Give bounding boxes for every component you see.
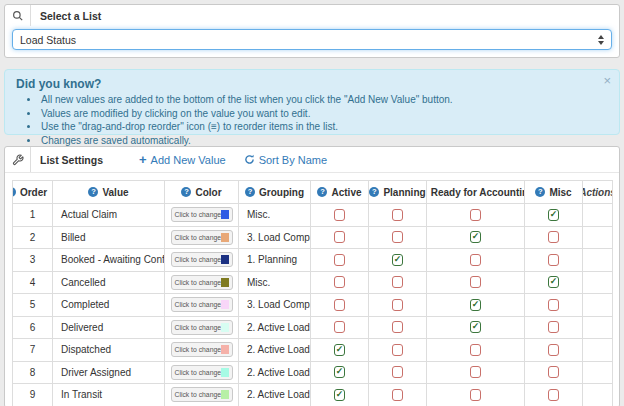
planning-cell	[369, 294, 427, 317]
ready-for-accounting-checkbox[interactable]: ✓	[470, 231, 481, 243]
active-checkbox[interactable]	[334, 209, 345, 221]
planning-checkbox[interactable]	[392, 299, 403, 311]
planning-checkbox[interactable]	[392, 321, 403, 333]
planning-checkbox[interactable]	[392, 344, 403, 356]
ready-for-accounting-cell	[427, 361, 525, 384]
active-checkbox[interactable]: ✓	[334, 389, 345, 401]
header-order[interactable]: ?Order	[13, 181, 53, 204]
color-change-button[interactable]: Click to change	[171, 365, 233, 380]
active-cell	[311, 249, 369, 272]
grouping-cell: 2. Active Load	[239, 384, 311, 406]
color-change-button[interactable]: Click to change	[171, 342, 233, 357]
value-cell[interactable]: Actual Claim	[53, 204, 165, 227]
color-change-button[interactable]: Click to change	[171, 252, 233, 267]
active-checkbox[interactable]: ✓	[334, 366, 345, 378]
color-cell: Click to change	[165, 271, 239, 294]
ready-for-accounting-cell	[427, 384, 525, 406]
color-change-button[interactable]: Click to change	[171, 387, 233, 402]
actions-cell	[583, 294, 613, 317]
info-bullet: Use the "drag-and-drop reorder" icon (≡)…	[40, 120, 595, 134]
ready-for-accounting-checkbox[interactable]	[470, 366, 481, 378]
active-checkbox[interactable]: ✓	[334, 344, 345, 356]
ready-for-accounting-checkbox[interactable]: ✓	[470, 321, 481, 333]
list-settings-toolbar: List Settings + Add New Value Sort By Na…	[5, 147, 619, 173]
misc-checkbox[interactable]: ✓	[548, 276, 559, 288]
select-list-panel-header: Select a List	[5, 5, 619, 26]
info-bullet: Changes are saved automatically.	[40, 134, 595, 148]
add-new-value-button[interactable]: + Add New Value	[139, 154, 226, 166]
grouping-cell: 3. Load Completed	[239, 226, 311, 249]
ready-for-accounting-checkbox[interactable]	[470, 276, 481, 288]
color-cell: Click to change	[165, 316, 239, 339]
misc-cell	[525, 384, 583, 406]
misc-checkbox[interactable]	[548, 389, 559, 401]
misc-checkbox[interactable]	[548, 299, 559, 311]
list-select[interactable]: Load Status	[12, 29, 612, 50]
ready-for-accounting-checkbox[interactable]	[470, 209, 481, 221]
table-row: 9In TransitClick to change2. Active Load…	[13, 384, 613, 406]
value-cell[interactable]: Billed	[53, 226, 165, 249]
info-bullet-list: All new values are added to the bottom o…	[40, 93, 595, 147]
misc-cell	[525, 339, 583, 362]
ready-for-accounting-cell	[427, 339, 525, 362]
actions-cell	[583, 249, 613, 272]
color-change-button[interactable]: Click to change	[171, 207, 233, 222]
color-button-label: Click to change	[175, 256, 221, 263]
color-cell: Click to change	[165, 339, 239, 362]
color-swatch	[221, 368, 229, 377]
plus-icon: +	[139, 154, 147, 165]
close-icon[interactable]: ×	[603, 74, 611, 87]
table-row: 8Driver AssignedClick to change2. Active…	[13, 361, 613, 384]
grouping-cell: 3. Load Completed	[239, 294, 311, 317]
ready-for-accounting-checkbox[interactable]: ✓	[470, 299, 481, 311]
ready-for-accounting-checkbox[interactable]	[470, 254, 481, 266]
value-cell[interactable]: Cancelled	[53, 271, 165, 294]
order-cell: 7	[13, 339, 53, 362]
ready-for-accounting-cell	[427, 249, 525, 272]
sort-by-name-button[interactable]: Sort By Name	[244, 154, 327, 166]
color-change-button[interactable]: Click to change	[171, 297, 233, 312]
color-button-label: Click to change	[175, 369, 221, 376]
list-settings-panel: List Settings + Add New Value Sort By Na…	[4, 146, 620, 406]
grouping-cell: 2. Active Load	[239, 361, 311, 384]
active-checkbox[interactable]	[334, 321, 345, 333]
actions-cell	[583, 204, 613, 227]
misc-checkbox[interactable]	[548, 344, 559, 356]
color-change-button[interactable]: Click to change	[171, 320, 233, 335]
planning-checkbox[interactable]	[392, 231, 403, 243]
misc-checkbox[interactable]	[548, 366, 559, 378]
value-cell[interactable]: Delivered	[53, 316, 165, 339]
planning-checkbox[interactable]	[392, 366, 403, 378]
header-label: Actions	[583, 187, 613, 198]
planning-cell: ✓	[369, 249, 427, 272]
misc-cell: ✓	[525, 271, 583, 294]
misc-checkbox[interactable]: ✓	[548, 209, 559, 221]
color-cell: Click to change	[165, 361, 239, 384]
planning-checkbox[interactable]	[392, 209, 403, 221]
page: { "select_panel": { "title": "Select a L…	[0, 0, 624, 406]
misc-checkbox[interactable]	[548, 321, 559, 333]
misc-checkbox[interactable]	[548, 254, 559, 266]
value-cell[interactable]: In Transit	[53, 384, 165, 406]
ready-for-accounting-cell: ✓	[427, 294, 525, 317]
table-header-row: ?Order?Value?Color?Grouping?Active?Plann…	[13, 181, 613, 204]
active-cell	[311, 294, 369, 317]
ready-for-accounting-checkbox[interactable]	[470, 389, 481, 401]
value-cell[interactable]: Completed	[53, 294, 165, 317]
actions-cell	[583, 316, 613, 339]
value-cell[interactable]: Driver Assigned	[53, 361, 165, 384]
value-cell[interactable]: Dispatched	[53, 339, 165, 362]
ready-for-accounting-checkbox[interactable]	[470, 344, 481, 356]
active-checkbox[interactable]	[334, 231, 345, 243]
active-checkbox[interactable]	[334, 254, 345, 266]
value-cell[interactable]: Booked - Awaiting Confirmation	[53, 249, 165, 272]
color-button-label: Click to change	[175, 279, 221, 286]
planning-checkbox[interactable]	[392, 276, 403, 288]
planning-checkbox[interactable]: ✓	[392, 254, 403, 266]
active-checkbox[interactable]	[334, 276, 345, 288]
color-change-button[interactable]: Click to change	[171, 275, 233, 290]
misc-checkbox[interactable]	[548, 231, 559, 243]
active-checkbox[interactable]	[334, 299, 345, 311]
color-change-button[interactable]: Click to change	[171, 230, 233, 245]
planning-checkbox[interactable]	[392, 389, 403, 401]
